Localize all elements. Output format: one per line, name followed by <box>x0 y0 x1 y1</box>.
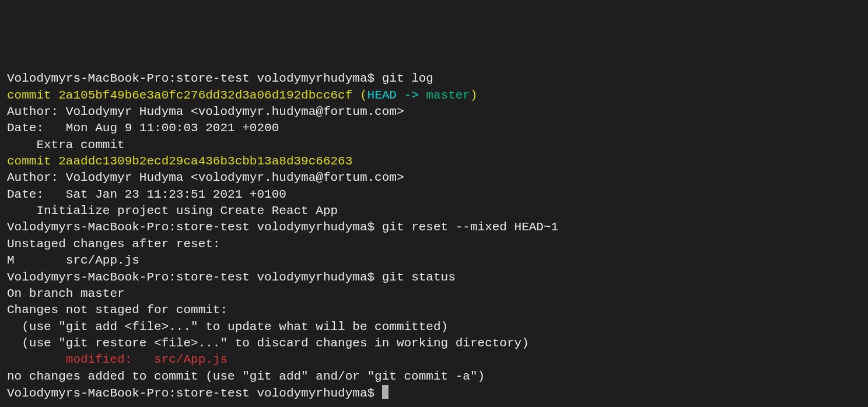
commit-header: commit 2aaddc1309b2ecd29ca436b3cbb13a8d3… <box>7 153 861 170</box>
status-hint: (use "git restore <file>..." to discard … <box>7 335 861 352</box>
prompt-line: Volodymyrs-MacBook-Pro:store-test volody… <box>7 71 861 87</box>
reset-output: M src/App.js <box>7 252 861 269</box>
commit-date: Date: Sat Jan 23 11:23:51 2021 +0100 <box>7 187 861 203</box>
status-changes-header: Changes not staged for commit: <box>7 302 861 318</box>
reset-output: Unstaged changes after reset: <box>7 236 861 252</box>
prompt-line: Volodymyrs-MacBook-Pro:store-test volody… <box>7 385 861 402</box>
commit-header: commit 2a105bf49b6e3a0fc276dd32d3a06d192… <box>7 87 861 104</box>
commit-message: Initialize project using Create React Ap… <box>7 203 861 219</box>
commit-message: Extra commit <box>7 137 861 153</box>
status-no-changes: no changes added to commit (use "git add… <box>7 369 861 385</box>
terminal-output[interactable]: Volodymyrs-MacBook-Pro:store-test volody… <box>7 71 861 402</box>
cursor <box>382 385 388 399</box>
prompt-line: Volodymyrs-MacBook-Pro:store-test volody… <box>7 269 861 286</box>
commit-author: Author: Volodymyr Hudyma <volodymyr.hudy… <box>7 170 861 186</box>
commit-author: Author: Volodymyr Hudyma <volodymyr.hudy… <box>7 104 861 120</box>
status-modified: modified: src/App.js <box>7 352 861 368</box>
status-branch: On branch master <box>7 286 861 302</box>
prompt-line: Volodymyrs-MacBook-Pro:store-test volody… <box>7 219 861 236</box>
commit-date: Date: Mon Aug 9 11:00:03 2021 +0200 <box>7 120 861 136</box>
status-hint: (use "git add <file>..." to update what … <box>7 319 861 335</box>
